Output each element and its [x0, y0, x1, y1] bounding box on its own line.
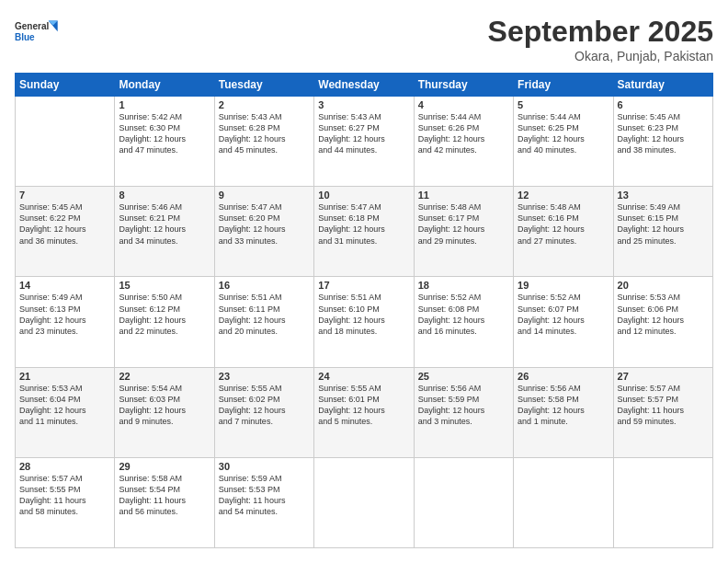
- day-info: Sunrise: 5:59 AM Sunset: 5:53 PM Dayligh…: [219, 473, 310, 518]
- table-row: 21Sunrise: 5:53 AM Sunset: 6:04 PM Dayli…: [16, 367, 115, 457]
- logo: General Blue: [15, 15, 61, 50]
- col-saturday: Saturday: [613, 74, 712, 97]
- day-info: Sunrise: 5:56 AM Sunset: 5:59 PM Dayligh…: [418, 383, 509, 428]
- table-row: 20Sunrise: 5:53 AM Sunset: 6:06 PM Dayli…: [613, 277, 712, 367]
- day-info: Sunrise: 5:46 AM Sunset: 6:21 PM Dayligh…: [119, 201, 210, 247]
- table-row: 10Sunrise: 5:47 AM Sunset: 6:18 PM Dayli…: [314, 187, 414, 277]
- header: General Blue September 2025 Okara, Punja…: [15, 15, 713, 63]
- table-row: 22Sunrise: 5:54 AM Sunset: 6:03 PM Dayli…: [115, 367, 214, 457]
- day-number: 5: [518, 99, 609, 110]
- table-row: 28Sunrise: 5:57 AM Sunset: 5:55 PM Dayli…: [16, 457, 115, 547]
- day-info: Sunrise: 5:49 AM Sunset: 6:15 PM Dayligh…: [618, 201, 709, 247]
- day-info: Sunrise: 5:57 AM Sunset: 5:57 PM Dayligh…: [618, 383, 709, 428]
- day-info: Sunrise: 5:44 AM Sunset: 6:25 PM Dayligh…: [518, 111, 609, 156]
- day-number: 20: [618, 280, 709, 291]
- day-number: 3: [318, 99, 409, 110]
- day-number: 10: [318, 190, 409, 201]
- day-info: Sunrise: 5:43 AM Sunset: 6:28 PM Dayligh…: [219, 111, 310, 156]
- table-row: 15Sunrise: 5:50 AM Sunset: 6:12 PM Dayli…: [115, 277, 214, 367]
- table-row: 19Sunrise: 5:52 AM Sunset: 6:07 PM Dayli…: [514, 277, 613, 367]
- day-info: Sunrise: 5:58 AM Sunset: 5:54 PM Dayligh…: [119, 473, 210, 518]
- col-tuesday: Tuesday: [214, 74, 313, 97]
- day-number: 15: [119, 280, 210, 291]
- table-row: 5Sunrise: 5:44 AM Sunset: 6:25 PM Daylig…: [514, 97, 613, 187]
- col-monday: Monday: [115, 74, 214, 97]
- table-row: 25Sunrise: 5:56 AM Sunset: 5:59 PM Dayli…: [414, 367, 513, 457]
- day-number: 30: [219, 461, 310, 472]
- day-info: Sunrise: 5:45 AM Sunset: 6:22 PM Dayligh…: [19, 201, 110, 247]
- col-friday: Friday: [514, 74, 613, 97]
- calendar-week-row: 1Sunrise: 5:42 AM Sunset: 6:30 PM Daylig…: [16, 97, 713, 187]
- day-info: Sunrise: 5:50 AM Sunset: 6:12 PM Dayligh…: [119, 292, 210, 337]
- location: Okara, Punjab, Pakistan: [488, 49, 713, 63]
- table-row: [613, 457, 712, 547]
- month-title: September 2025: [488, 15, 713, 49]
- day-info: Sunrise: 5:55 AM Sunset: 6:01 PM Dayligh…: [318, 383, 409, 428]
- day-number: 27: [618, 371, 709, 382]
- day-number: 18: [418, 280, 509, 291]
- day-info: Sunrise: 5:54 AM Sunset: 6:03 PM Dayligh…: [119, 383, 210, 428]
- day-number: 12: [518, 190, 609, 201]
- table-row: 29Sunrise: 5:58 AM Sunset: 5:54 PM Dayli…: [115, 457, 214, 547]
- day-info: Sunrise: 5:56 AM Sunset: 5:58 PM Dayligh…: [518, 383, 609, 428]
- svg-text:Blue: Blue: [15, 32, 35, 42]
- day-number: 11: [418, 190, 509, 201]
- day-number: 14: [19, 280, 110, 291]
- col-wednesday: Wednesday: [314, 74, 414, 97]
- day-number: 6: [618, 99, 709, 110]
- day-number: 16: [219, 280, 310, 291]
- table-row: 24Sunrise: 5:55 AM Sunset: 6:01 PM Dayli…: [314, 367, 414, 457]
- day-number: 28: [19, 461, 110, 472]
- table-row: 11Sunrise: 5:48 AM Sunset: 6:17 PM Dayli…: [414, 187, 513, 277]
- table-row: 12Sunrise: 5:48 AM Sunset: 6:16 PM Dayli…: [514, 187, 613, 277]
- day-number: 1: [119, 99, 210, 110]
- calendar-table: Sunday Monday Tuesday Wednesday Thursday…: [15, 73, 713, 548]
- table-row: 8Sunrise: 5:46 AM Sunset: 6:21 PM Daylig…: [115, 187, 214, 277]
- day-number: 21: [19, 371, 110, 382]
- table-row: 18Sunrise: 5:52 AM Sunset: 6:08 PM Dayli…: [414, 277, 513, 367]
- col-sunday: Sunday: [16, 74, 115, 97]
- day-info: Sunrise: 5:51 AM Sunset: 6:11 PM Dayligh…: [219, 292, 310, 337]
- day-info: Sunrise: 5:48 AM Sunset: 6:16 PM Dayligh…: [518, 201, 609, 247]
- table-row: 6Sunrise: 5:45 AM Sunset: 6:23 PM Daylig…: [613, 97, 712, 187]
- table-row: [514, 457, 613, 547]
- day-number: 19: [518, 280, 609, 291]
- table-row: 30Sunrise: 5:59 AM Sunset: 5:53 PM Dayli…: [214, 457, 313, 547]
- table-row: 2Sunrise: 5:43 AM Sunset: 6:28 PM Daylig…: [214, 97, 313, 187]
- table-row: 9Sunrise: 5:47 AM Sunset: 6:20 PM Daylig…: [214, 187, 313, 277]
- col-thursday: Thursday: [414, 74, 513, 97]
- table-row: 4Sunrise: 5:44 AM Sunset: 6:26 PM Daylig…: [414, 97, 513, 187]
- day-number: 13: [618, 190, 709, 201]
- day-number: 4: [418, 99, 509, 110]
- title-block: September 2025 Okara, Punjab, Pakistan: [488, 15, 713, 63]
- day-info: Sunrise: 5:45 AM Sunset: 6:23 PM Dayligh…: [618, 111, 709, 156]
- page: General Blue September 2025 Okara, Punja…: [0, 0, 728, 563]
- day-number: 8: [119, 190, 210, 201]
- day-info: Sunrise: 5:48 AM Sunset: 6:17 PM Dayligh…: [418, 201, 509, 247]
- calendar-week-row: 21Sunrise: 5:53 AM Sunset: 6:04 PM Dayli…: [16, 367, 713, 457]
- day-info: Sunrise: 5:55 AM Sunset: 6:02 PM Dayligh…: [219, 383, 310, 428]
- logo-svg: General Blue: [15, 15, 61, 50]
- day-number: 7: [19, 190, 110, 201]
- calendar-week-row: 28Sunrise: 5:57 AM Sunset: 5:55 PM Dayli…: [16, 457, 713, 547]
- day-info: Sunrise: 5:47 AM Sunset: 6:18 PM Dayligh…: [318, 201, 409, 247]
- day-number: 25: [418, 371, 509, 382]
- day-info: Sunrise: 5:53 AM Sunset: 6:04 PM Dayligh…: [19, 383, 110, 428]
- day-info: Sunrise: 5:44 AM Sunset: 6:26 PM Dayligh…: [418, 111, 509, 156]
- table-row: [414, 457, 513, 547]
- day-number: 23: [219, 371, 310, 382]
- table-row: 27Sunrise: 5:57 AM Sunset: 5:57 PM Dayli…: [613, 367, 712, 457]
- table-row: 7Sunrise: 5:45 AM Sunset: 6:22 PM Daylig…: [16, 187, 115, 277]
- table-row: 1Sunrise: 5:42 AM Sunset: 6:30 PM Daylig…: [115, 97, 214, 187]
- calendar-week-row: 14Sunrise: 5:49 AM Sunset: 6:13 PM Dayli…: [16, 277, 713, 367]
- day-number: 29: [119, 461, 210, 472]
- calendar-header-row: Sunday Monday Tuesday Wednesday Thursday…: [16, 74, 713, 97]
- day-info: Sunrise: 5:49 AM Sunset: 6:13 PM Dayligh…: [19, 292, 110, 337]
- day-info: Sunrise: 5:52 AM Sunset: 6:07 PM Dayligh…: [518, 292, 609, 337]
- day-number: 24: [318, 371, 409, 382]
- day-info: Sunrise: 5:47 AM Sunset: 6:20 PM Dayligh…: [219, 201, 310, 247]
- table-row: 17Sunrise: 5:51 AM Sunset: 6:10 PM Dayli…: [314, 277, 414, 367]
- day-info: Sunrise: 5:51 AM Sunset: 6:10 PM Dayligh…: [318, 292, 409, 337]
- day-info: Sunrise: 5:57 AM Sunset: 5:55 PM Dayligh…: [19, 473, 110, 518]
- table-row: 13Sunrise: 5:49 AM Sunset: 6:15 PM Dayli…: [613, 187, 712, 277]
